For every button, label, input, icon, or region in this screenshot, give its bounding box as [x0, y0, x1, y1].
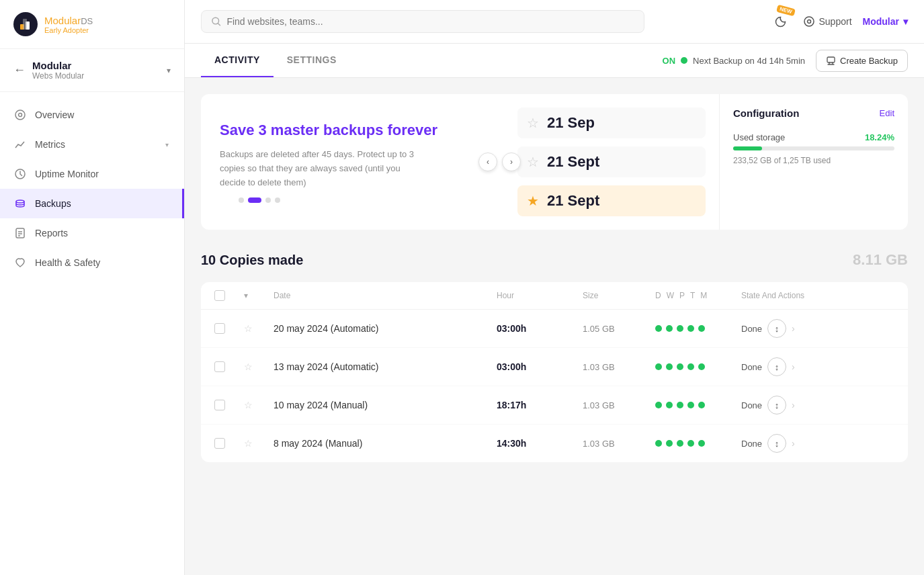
- row-date-4: 8 may 2024 (Manual): [274, 438, 491, 449]
- header-checkbox-area: [214, 290, 239, 301]
- restore-button-3[interactable]: ↕: [767, 396, 786, 414]
- sidebar-item-overview[interactable]: Overview: [0, 100, 184, 130]
- row-star-4[interactable]: ☆: [244, 438, 268, 449]
- app-name-modular: Modular: [44, 15, 81, 26]
- storage-label: Used storage 18.24%: [733, 132, 894, 142]
- promo-config-row: Save 3 master backups forever Backups ar…: [201, 94, 908, 230]
- inner-content: Save 3 master backups forever Backups ar…: [185, 78, 924, 478]
- dot-3[interactable]: [265, 197, 271, 203]
- row-chevron-2[interactable]: ›: [792, 361, 795, 372]
- support-label: Support: [819, 16, 852, 27]
- star-filled-icon-3[interactable]: ★: [527, 193, 539, 209]
- dot-p-3: [677, 402, 683, 408]
- row-hour-2: 03:00h: [497, 361, 577, 372]
- theme-toggle-button[interactable]: NEW: [768, 9, 792, 34]
- logo-icon: [13, 12, 38, 36]
- copies-size: 8.11 GB: [853, 251, 908, 269]
- carousel-next-button[interactable]: ›: [502, 152, 521, 171]
- restore-button-1[interactable]: ↕: [767, 319, 786, 338]
- sidebar-item-reports[interactable]: Reports: [0, 218, 184, 248]
- th-date[interactable]: Date: [274, 291, 491, 300]
- metrics-icon: [13, 138, 27, 151]
- dot-t-1: [687, 325, 694, 332]
- row-star-1[interactable]: ☆: [244, 323, 268, 334]
- dot-d-4: [655, 440, 662, 447]
- dot-4[interactable]: [275, 197, 280, 203]
- search-bar[interactable]: [201, 10, 644, 33]
- star-empty-icon-2[interactable]: ☆: [527, 154, 539, 170]
- copies-title: 10 Copies made: [201, 253, 303, 268]
- row-checkbox-3[interactable]: [214, 400, 225, 410]
- dot-m-3: [698, 402, 705, 408]
- tab-settings[interactable]: SETTINGS: [274, 44, 350, 77]
- th-sort[interactable]: ▾: [244, 291, 268, 300]
- row-size-4: 1.03 GB: [583, 439, 650, 449]
- table-header-row: ▾ Date Hour Size D W P T M State and Act…: [201, 282, 908, 310]
- dot-d-2: [655, 363, 662, 370]
- select-all-checkbox[interactable]: [214, 290, 225, 301]
- sidebar-item-label-overview: Overview: [35, 109, 74, 120]
- th-hour[interactable]: Hour: [497, 291, 577, 300]
- row-star-2[interactable]: ☆: [244, 361, 268, 372]
- table-row: ☆ 13 may 2024 (Automatic) 03:00h 1.03 GB…: [201, 348, 908, 386]
- dot-2[interactable]: [248, 197, 261, 203]
- dot-m-2: [698, 363, 705, 370]
- carousel-prev-button[interactable]: ‹: [478, 152, 497, 171]
- row-size-1: 1.05 GB: [583, 324, 650, 334]
- dot-m-4: [698, 440, 705, 447]
- create-backup-button[interactable]: Create Backup: [816, 50, 908, 72]
- row-chevron-1[interactable]: ›: [792, 323, 795, 334]
- sidebar-item-health[interactable]: Health & Safety: [0, 248, 184, 277]
- uptime-icon: [13, 167, 27, 181]
- sidebar-item-metrics[interactable]: Metrics ▾: [0, 130, 184, 159]
- storage-progress-fill: [733, 146, 762, 150]
- row-chevron-3[interactable]: ›: [792, 400, 795, 410]
- row-checkbox-1[interactable]: [214, 323, 225, 334]
- storage-percent: 18.24%: [865, 132, 894, 142]
- content-area: Save 3 master backups forever Backups ar…: [185, 78, 924, 575]
- row-dots-2: [655, 363, 736, 370]
- workspace-chevron-icon: ▾: [167, 66, 171, 75]
- svg-rect-7: [16, 228, 24, 238]
- row-star-3[interactable]: ☆: [244, 400, 268, 410]
- promo-right: ☆ 21 Sep ☆ 21 Sept ★ 21 Sept: [504, 94, 719, 230]
- th-w: W: [667, 291, 674, 300]
- config-edit-button[interactable]: Edit: [880, 108, 894, 118]
- workspace-selector[interactable]: ← Modular Webs Modular ▾: [0, 49, 184, 92]
- backups-icon: [13, 197, 27, 210]
- backups-table: ▾ Date Hour Size D W P T M State and Act…: [201, 282, 908, 462]
- tabs-bar: ACTIVITY SETTINGS ON Next Backup on 4d 1…: [185, 44, 924, 78]
- backup-date-3: 21 Sept: [547, 192, 599, 210]
- tab-activity[interactable]: ACTIVITY: [201, 44, 274, 77]
- restore-button-4[interactable]: ↕: [767, 434, 786, 453]
- th-size[interactable]: Size: [583, 291, 650, 300]
- row-hour-3: 18:17h: [497, 400, 577, 410]
- logo-area: ModularDS Early Adopter: [0, 0, 184, 49]
- sidebar-nav: Overview Metrics ▾ Uptime Monitor: [0, 92, 184, 575]
- row-checkbox-2[interactable]: [214, 361, 225, 372]
- dot-p-4: [677, 440, 683, 447]
- row-checkbox-4[interactable]: [214, 438, 225, 449]
- backup-status-dot: [681, 57, 687, 64]
- svg-point-13: [807, 20, 810, 24]
- sidebar-item-backups[interactable]: Backups: [0, 189, 184, 218]
- sidebar-item-label-health: Health & Safety: [35, 257, 100, 268]
- back-arrow-icon[interactable]: ←: [13, 63, 26, 77]
- promo-title: Save 3 master backups forever: [220, 121, 485, 140]
- sidebar-item-uptime[interactable]: Uptime Monitor: [0, 159, 184, 189]
- tab-actions: ON Next Backup on 4d 14h 5min Create Bac…: [663, 50, 908, 72]
- dot-w-4: [666, 440, 673, 447]
- dot-d-3: [655, 402, 662, 408]
- restore-button-2[interactable]: ↕: [767, 357, 786, 376]
- next-backup-label: Next Backup on 4d 14h 5min: [693, 56, 805, 66]
- user-menu-button[interactable]: Modular ▾: [863, 16, 908, 27]
- support-button[interactable]: Support: [803, 15, 852, 28]
- dot-d-1: [655, 325, 662, 332]
- th-t: T: [690, 291, 695, 300]
- table-row: ☆ 10 may 2024 (Manual) 18:17h 1.03 GB Do…: [201, 386, 908, 425]
- star-empty-icon-1[interactable]: ☆: [527, 115, 539, 131]
- search-input[interactable]: [226, 16, 634, 27]
- row-dots-1: [655, 325, 736, 332]
- row-chevron-4[interactable]: ›: [792, 438, 795, 449]
- dot-1[interactable]: [239, 197, 244, 203]
